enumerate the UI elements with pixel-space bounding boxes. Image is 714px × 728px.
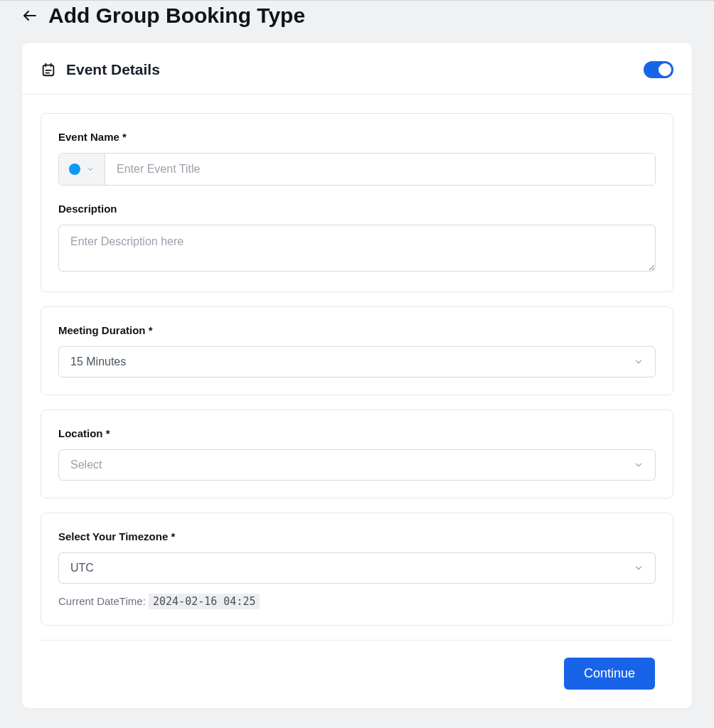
timezone-value: UTC <box>70 562 94 574</box>
calendar-icon <box>41 62 56 77</box>
section-title: Event Details <box>66 61 160 78</box>
duration-select[interactable]: 15 Minutes <box>58 346 656 378</box>
page-title: Add Group Booking Type <box>48 4 305 28</box>
form-body: Event Name * Description Meeting Duratio… <box>22 95 692 708</box>
duration-card: Meeting Duration * 15 Minutes <box>41 306 673 395</box>
current-datetime-value: 2024-02-16 04:25 <box>149 594 260 609</box>
footer-divider <box>41 640 673 641</box>
back-button[interactable] <box>21 7 38 24</box>
page-header: Add Group Booking Type <box>0 1 714 42</box>
footer-actions: Continue <box>41 658 673 690</box>
location-card: Location * Select <box>41 410 673 498</box>
event-name-label: Event Name * <box>58 131 656 143</box>
timezone-select[interactable]: UTC <box>58 552 656 584</box>
timezone-label: Select Your Timezone * <box>58 530 656 542</box>
event-details-toggle[interactable] <box>644 61 673 78</box>
continue-button[interactable]: Continue <box>564 658 655 690</box>
chevron-down-icon <box>634 563 644 573</box>
chevron-down-icon <box>634 460 644 470</box>
event-name-row <box>58 153 656 186</box>
color-dot <box>69 164 80 175</box>
section-header-left: Event Details <box>41 61 160 78</box>
description-input[interactable] <box>58 225 656 272</box>
main-card: Event Details Event Name * Description M… <box>21 42 693 709</box>
section-header: Event Details <box>22 43 692 95</box>
arrow-left-icon <box>21 7 38 24</box>
event-name-card: Event Name * Description <box>41 113 673 292</box>
current-datetime-row: Current DateTime: 2024-02-16 04:25 <box>58 595 656 608</box>
timezone-card: Select Your Timezone * UTC Current DateT… <box>41 513 673 626</box>
chevron-down-icon <box>86 165 95 173</box>
event-color-picker[interactable] <box>59 154 105 185</box>
location-placeholder: Select <box>70 459 102 471</box>
location-label: Location * <box>58 427 656 439</box>
event-name-input[interactable] <box>105 154 655 185</box>
location-select[interactable]: Select <box>58 449 656 481</box>
description-label: Description <box>58 203 656 215</box>
duration-value: 15 Minutes <box>70 355 126 368</box>
toggle-knob <box>659 63 671 76</box>
chevron-down-icon <box>634 357 644 367</box>
duration-label: Meeting Duration * <box>58 324 656 336</box>
current-datetime-label: Current DateTime: <box>58 595 146 607</box>
